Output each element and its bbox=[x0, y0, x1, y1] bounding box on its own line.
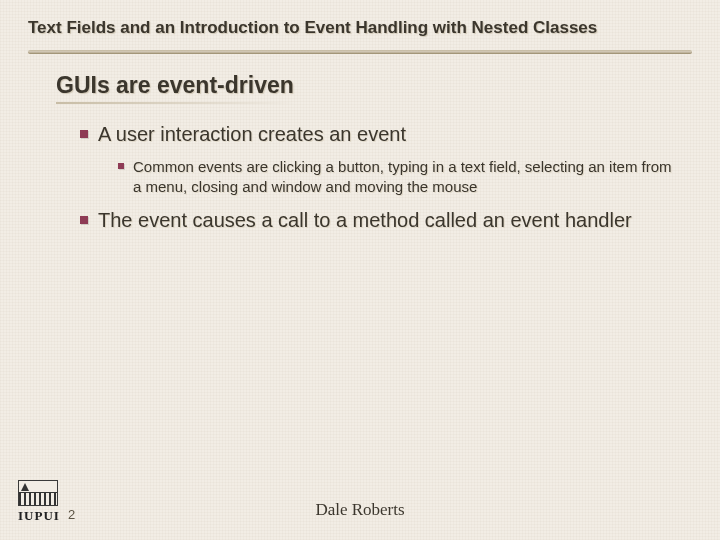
bullet-square-icon bbox=[80, 130, 88, 138]
footer: IUPUI 2 Dale Roberts bbox=[0, 466, 720, 540]
bullet-square-icon bbox=[80, 216, 88, 224]
bullet-text: A user interaction creates an event bbox=[98, 122, 406, 147]
author-name: Dale Roberts bbox=[0, 500, 720, 520]
slide-title: Text Fields and an Introduction to Event… bbox=[28, 14, 692, 48]
bullet-text: The event causes a call to a method call… bbox=[98, 208, 632, 233]
title-underline bbox=[28, 50, 692, 54]
bullet-level2: The event causes a call to a method call… bbox=[80, 208, 692, 233]
heading-underline bbox=[56, 102, 296, 104]
content-area: GUIs are event-driven A user interaction… bbox=[28, 72, 692, 233]
bullet-text: Common events are clicking a button, typ… bbox=[133, 157, 678, 196]
bullet-level2: A user interaction creates an event bbox=[80, 122, 692, 147]
bullet-square-icon bbox=[118, 163, 124, 169]
heading-text: GUIs are event-driven bbox=[56, 72, 294, 98]
slide: Text Fields and an Introduction to Event… bbox=[0, 0, 720, 540]
bullet-level3: Common events are clicking a button, typ… bbox=[118, 157, 678, 196]
heading-level1: GUIs are event-driven bbox=[56, 72, 692, 108]
